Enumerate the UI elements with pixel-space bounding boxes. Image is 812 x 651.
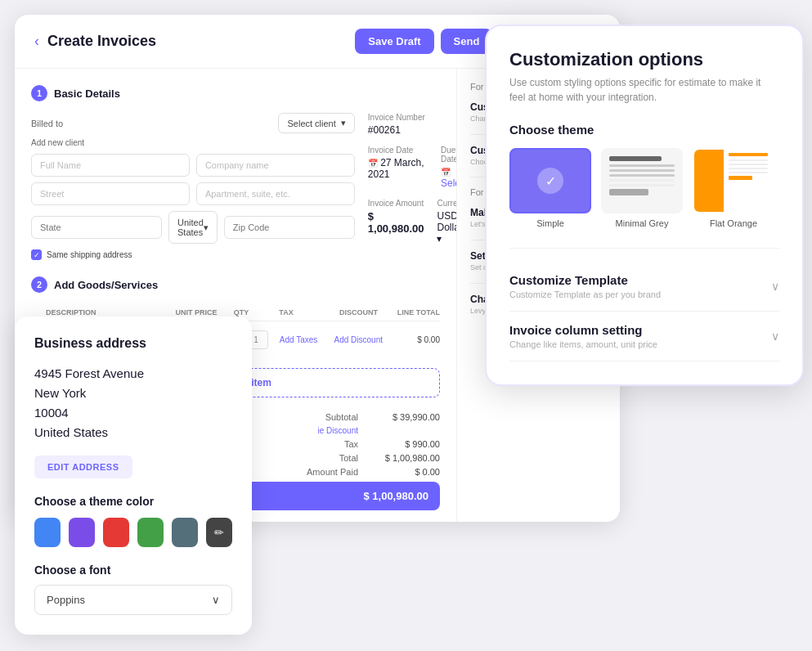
add-discount-link[interactable]: Add Discount xyxy=(329,335,383,344)
customization-title: Customization options xyxy=(509,49,779,70)
invoice-amount-row: Invoice Amount $ 1,00,980.00 Currency US… xyxy=(368,199,456,254)
color-swatch-red[interactable] xyxy=(103,518,129,547)
section-title-goods: 2 Add Goods/Services xyxy=(31,276,440,293)
accordion-invoice-column-subtitle: Change like items, amount, unit price xyxy=(509,339,657,349)
page-title: Create Invoices xyxy=(47,33,156,50)
tax-label: Tax xyxy=(344,439,358,449)
color-swatch-teal[interactable] xyxy=(172,518,198,547)
invoice-details: Invoice Number #00261 Invoice Date 📅 27 … xyxy=(368,113,456,260)
save-draft-button[interactable]: Save Draft xyxy=(355,29,433,54)
form-two-col: Billed to Select client ▾ Add new client xyxy=(31,113,440,260)
invoice-number-field: Invoice Number #00261 xyxy=(368,113,456,136)
invoice-currency-label: Currency xyxy=(437,199,456,208)
due-value: $ 1,00,980.00 xyxy=(363,490,428,502)
tax-value: $ 990.00 xyxy=(375,439,440,449)
state-input[interactable] xyxy=(31,216,162,239)
col-desc-header: DESCRIPTION xyxy=(46,308,164,317)
theme-option-minimal[interactable]: Minimal Grey xyxy=(601,148,683,228)
total-label: Total xyxy=(339,453,358,463)
invoice-number-value: #00261 xyxy=(368,124,456,136)
theme-name-simple: Simple xyxy=(536,218,564,228)
chevron-down-icon: ∨ xyxy=(212,594,220,606)
color-swatch-green[interactable] xyxy=(137,518,164,547)
chevron-down-icon: ∨ xyxy=(771,280,779,293)
theme-option-simple[interactable]: ✓ Simple xyxy=(509,148,591,228)
col-tax-header: TAX xyxy=(257,308,316,317)
accordion-invoice-column: Invoice column setting Change like items… xyxy=(509,312,779,361)
invoice-date-value: 📅 27 March, 2021 xyxy=(368,157,428,180)
invoice-amount-field: Invoice Amount $ 1,00,980.00 xyxy=(368,199,424,245)
shipping-label: Same shipping address xyxy=(47,250,132,259)
select-client-dropdown[interactable]: Select client ▾ xyxy=(278,113,354,133)
theme-options: ✓ Simple Minimal Grey xyxy=(509,148,779,228)
accordion-customize-template-subtitle: Customize Template as per you brand xyxy=(509,290,661,299)
invoice-number-label: Invoice Number xyxy=(368,113,456,122)
paid-label: Amount Paid xyxy=(307,467,358,477)
color-swatch-blue[interactable] xyxy=(34,518,61,547)
street-apt-row xyxy=(31,182,355,205)
company-name-input[interactable] xyxy=(196,154,355,177)
theme-option-flat[interactable]: Flat Orange xyxy=(693,148,774,228)
shipping-row: ✓ Same shipping address xyxy=(31,249,355,260)
invoice-currency-value[interactable]: USD – Dollar ▾ xyxy=(437,210,456,245)
section-num-2: 2 xyxy=(31,276,47,293)
state-country-zip-row: United States ▾ xyxy=(31,211,355,244)
invoice-date-row: Invoice Date 📅 27 March, 2021 Due Date 📅 xyxy=(368,146,456,199)
section-num-1: 1 xyxy=(31,85,47,101)
edit-address-button[interactable]: EDIT ADDRESS xyxy=(34,456,132,478)
invoice-currency-field: Currency USD – Dollar ▾ xyxy=(437,199,456,245)
theme-color-label: Choose a theme color xyxy=(34,495,232,508)
font-section: Choose a font Poppins ∨ xyxy=(34,563,232,615)
header-left: ‹ Create Invoices xyxy=(34,33,156,50)
check-icon: ✓ xyxy=(34,251,40,259)
font-label: Choose a font xyxy=(34,563,232,577)
paid-value: $ 0.00 xyxy=(375,467,440,477)
col-qty-header: QTY xyxy=(229,308,253,317)
invoice-date-field: Invoice Date 📅 27 March, 2021 xyxy=(368,146,428,189)
customization-card: Customization options Use custom styling… xyxy=(485,25,804,386)
invoice-amount-value: $ 1,00,980.00 xyxy=(368,210,424,235)
col-discount-header: DISCOUNT xyxy=(319,308,378,317)
font-select-dropdown[interactable]: Poppins ∨ xyxy=(34,585,232,615)
col-total-header: LINE TOTAL xyxy=(381,308,440,317)
business-address: 4945 Forest Avenue New York 10004 United… xyxy=(34,364,232,442)
color-swatches: ✏ xyxy=(34,518,232,547)
theme-preview-flat xyxy=(693,148,774,213)
theme-preview-simple: ✓ xyxy=(509,148,591,213)
color-swatch-purple[interactable] xyxy=(69,518,95,547)
color-swatch-custom[interactable]: ✏ xyxy=(206,518,232,547)
accordion-customize-template: Customize Template Customize Template as… xyxy=(509,262,779,312)
billed-to-row: Billed to Select client ▾ xyxy=(31,113,355,133)
invoice-amount-label: Invoice Amount xyxy=(368,199,424,208)
chevron-down-icon: ▾ xyxy=(437,233,442,245)
invoice-due-value[interactable]: 📅 Select xyxy=(441,166,456,189)
section-title-basic: 1 Basic Details xyxy=(31,85,440,101)
choose-theme-label: Choose theme xyxy=(509,123,779,137)
discount-value xyxy=(375,426,440,435)
chevron-down-icon: ▾ xyxy=(341,118,346,128)
street-input[interactable] xyxy=(31,182,190,205)
invoice-due-label: Due Date xyxy=(441,146,456,164)
theme-preview-minimal xyxy=(601,148,683,213)
billed-to-label: Billed to xyxy=(31,119,63,128)
accordion-invoice-column-header[interactable]: Invoice column setting Change like items… xyxy=(509,323,779,349)
apt-input[interactable] xyxy=(196,182,355,205)
accordion-invoice-column-title: Invoice column setting xyxy=(509,323,657,337)
total-value: $ 1,00,980.00 xyxy=(375,453,440,463)
add-taxes-link[interactable]: Add Taxes xyxy=(271,335,325,344)
shipping-checkbox[interactable]: ✓ xyxy=(31,249,42,260)
accordion-customize-template-header[interactable]: Customize Template Customize Template as… xyxy=(509,273,779,299)
accordion-customize-template-title: Customize Template xyxy=(509,273,661,287)
line-total: $ 0.00 xyxy=(386,335,440,344)
zip-input[interactable] xyxy=(224,216,355,239)
theme-name-minimal: Minimal Grey xyxy=(616,218,669,228)
subtotal-label: Subtotal xyxy=(325,412,358,422)
business-card-title: Business address xyxy=(34,336,232,351)
full-name-input[interactable] xyxy=(31,154,190,177)
country-select[interactable]: United States ▾ xyxy=(168,211,218,244)
col-price-header: UNIT PRICE xyxy=(167,308,226,317)
ie-discount-link[interactable]: ie Discount xyxy=(318,426,358,435)
back-button[interactable]: ‹ xyxy=(34,33,39,50)
customization-subtitle: Use custom styling options specific for … xyxy=(509,75,779,105)
pencil-icon: ✏ xyxy=(214,526,224,539)
